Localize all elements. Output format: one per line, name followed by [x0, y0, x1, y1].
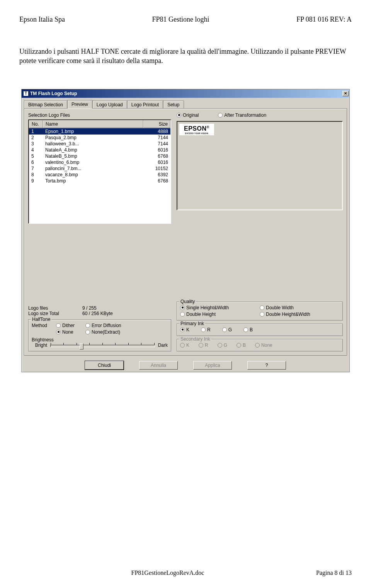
close-button[interactable]: Chiudi: [85, 361, 124, 370]
method-label: Method: [32, 323, 53, 328]
doc-footer: FP81GestioneLogoRevA.doc Pagina 8 di 13: [19, 569, 352, 576]
app-icon: T: [23, 91, 29, 96]
radio-g: G: [218, 343, 227, 348]
radio-double-width[interactable]: Double Width: [260, 305, 335, 310]
footer-page: Pagina 8 di 13: [316, 569, 352, 576]
radio-none-extract-[interactable]: None(Extract): [85, 329, 121, 335]
logo-file-list[interactable]: No. Name Size 1Epson_1.bmp48882Pasqua_2.…: [28, 119, 171, 224]
radio-b: B: [237, 343, 246, 348]
header-center: FP81 Gestione loghi: [152, 15, 209, 24]
files-label: Logo files: [28, 305, 82, 311]
logo-preview: EPSON® EXCEED YOUR VISION: [179, 124, 214, 135]
table-row[interactable]: 3halloween_3.b...7144: [29, 141, 170, 147]
table-row[interactable]: 6valentino_6.bmp6016: [29, 159, 170, 165]
list-caption: Selection Logo Files: [28, 112, 171, 118]
tab-logo-printout[interactable]: Logo Printout: [127, 101, 163, 109]
col-no[interactable]: No.: [29, 120, 43, 128]
radio-dither[interactable]: Dither: [56, 323, 75, 328]
header-left: Epson Italia Spa: [19, 15, 65, 24]
table-row[interactable]: 2Pasqua_2.bmp7144: [29, 135, 170, 141]
tab-strip: Bitmap SelectionPreviewLogo UploadLogo P…: [24, 100, 347, 109]
window-title: TM Flash Logo Setup: [30, 91, 77, 96]
counts: Logo files 9 / 255 Logo size Total 60 / …: [28, 305, 171, 316]
body-paragraph: Utilizzando i pulsanti HALF TONE cercate…: [19, 47, 352, 66]
table-row[interactable]: 1Epson_1.bmp4888: [29, 128, 170, 135]
halftone-group: HalfTone Method DitherError DiffusionNon…: [28, 319, 171, 351]
radio-r: R: [199, 343, 208, 348]
radio-none[interactable]: None: [56, 329, 75, 335]
doc-header: Epson Italia Spa FP81 Gestione loghi FP …: [19, 15, 352, 24]
radio-single-height-width[interactable]: Single Height&Width: [180, 305, 256, 310]
bright-label: Bright: [32, 343, 47, 348]
radio-r[interactable]: R: [201, 327, 211, 332]
table-row[interactable]: 9Torta.bmp6768: [29, 178, 170, 184]
primary-ink-group: Primary Ink KRGB: [177, 324, 343, 336]
close-icon[interactable]: ✕: [342, 91, 349, 96]
brightness-label: Brightness: [32, 337, 168, 343]
preview-pane: EPSON® EXCEED YOUR VISION: [177, 121, 343, 211]
dialog-window: T TM Flash Logo Setup ✕ Bitmap Selection…: [21, 89, 350, 372]
halftone-legend: HalfTone: [31, 317, 51, 322]
table-row[interactable]: 5NataleB_5.bmp6768: [29, 153, 170, 159]
tab-logo-upload[interactable]: Logo Upload: [92, 101, 127, 109]
secondary-ink-group: Secondary Ink KRGBNone: [177, 339, 343, 351]
quality-group: Quality Single Height&WidthDouble WidthD…: [177, 302, 343, 320]
radio-k[interactable]: K: [180, 327, 189, 332]
radio-k: K: [180, 343, 189, 348]
radio-error-diffusion[interactable]: Error Diffusion: [85, 323, 121, 328]
radio-after-transformation[interactable]: After Transformation: [218, 112, 266, 118]
radio-none: None: [255, 343, 272, 348]
radio-original[interactable]: Original: [177, 112, 199, 118]
tab-bitmap-selection[interactable]: Bitmap Selection: [24, 101, 67, 109]
table-row[interactable]: 8vacanze_8.bmp6392: [29, 172, 170, 178]
size-label: Logo size Total: [28, 311, 82, 316]
apply-button[interactable]: Applica: [193, 361, 232, 370]
radio-b[interactable]: B: [243, 327, 253, 332]
table-row[interactable]: 7palloncini_7.bm...10152: [29, 165, 170, 172]
tab-preview[interactable]: Preview: [67, 100, 92, 109]
help-button[interactable]: ?: [247, 361, 286, 370]
table-row[interactable]: 4NataleA_4.bmp6016: [29, 147, 170, 153]
col-name[interactable]: Name: [43, 120, 143, 128]
dark-label: Dark: [158, 343, 168, 348]
radio-g[interactable]: G: [222, 327, 232, 332]
tab-setup[interactable]: Setup: [163, 101, 184, 109]
files-value: 9 / 255: [82, 305, 97, 311]
size-value: 60 / 256 KByte: [82, 311, 113, 316]
radio-double-height-width[interactable]: Double Height&Width: [260, 312, 335, 317]
header-right: FP 081 016 REV: A: [296, 15, 352, 24]
col-size[interactable]: Size: [143, 120, 170, 128]
tab-body: Selection Logo Files No. Name Size 1Epso…: [24, 108, 347, 356]
brightness-slider[interactable]: [50, 345, 155, 347]
cancel-button[interactable]: Annulla: [139, 361, 178, 370]
radio-double-height[interactable]: Double Height: [180, 312, 256, 317]
footer-file: FP81GestioneLogoRevA.doc: [131, 569, 204, 576]
titlebar[interactable]: T TM Flash Logo Setup ✕: [22, 89, 349, 98]
